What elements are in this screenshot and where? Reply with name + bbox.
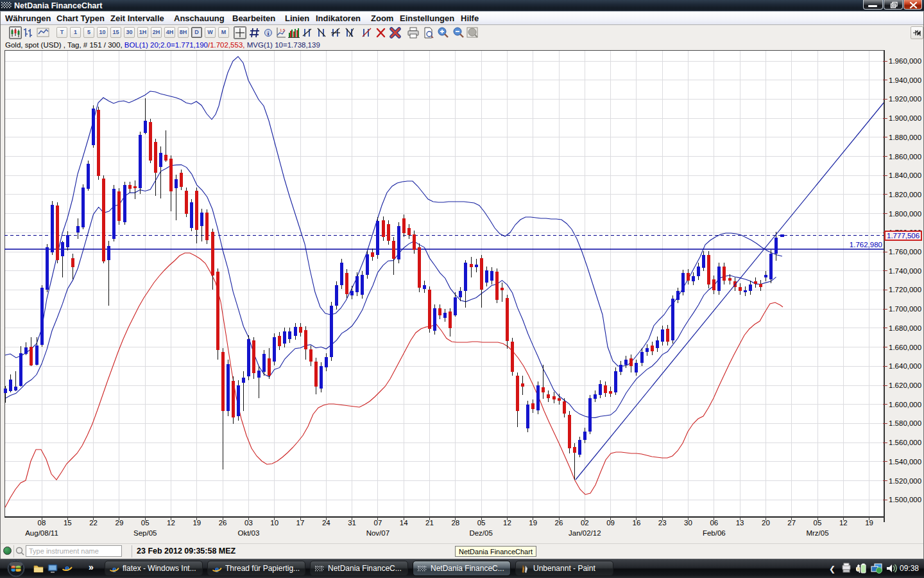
svg-text:15: 15 [64, 519, 72, 527]
svg-text:1.560,000: 1.560,000 [889, 439, 921, 446]
svg-text:e: e [112, 565, 116, 574]
svg-text:1.840,000: 1.840,000 [889, 171, 921, 179]
svg-text:1.700,000: 1.700,000 [889, 305, 921, 313]
svg-text:20: 20 [762, 519, 770, 527]
svg-text:1.880,000: 1.880,000 [889, 134, 921, 141]
svg-text:31: 31 [348, 519, 356, 527]
svg-text:07: 07 [374, 519, 382, 527]
svg-text:28: 28 [451, 519, 459, 527]
svg-text:1.900,000: 1.900,000 [889, 114, 921, 122]
svg-text:1.960,000: 1.960,000 [889, 57, 921, 65]
svg-text:1.660,000: 1.660,000 [889, 344, 921, 351]
svg-text:1.600,000: 1.600,000 [889, 401, 921, 408]
svg-text:05: 05 [141, 519, 150, 527]
svg-text:Aug/08/11: Aug/08/11 [25, 529, 58, 537]
svg-text:e: e [65, 563, 69, 573]
svg-text:1,5: 1,5 [280, 28, 286, 32]
svg-text:Jan/02/12: Jan/02/12 [569, 529, 601, 537]
svg-text:Mrz/05: Mrz/05 [806, 529, 828, 537]
svg-text:1.720,000: 1.720,000 [889, 286, 921, 293]
svg-text:Nov/07: Nov/07 [366, 529, 389, 537]
svg-text:1.940,000: 1.940,000 [889, 76, 921, 84]
svg-text:08: 08 [38, 519, 46, 527]
svg-text:1.762,980: 1.762,980 [850, 241, 882, 249]
svg-text:12: 12 [503, 519, 511, 527]
svg-text:1.800,000: 1.800,000 [889, 210, 921, 218]
svg-text:12: 12 [167, 519, 175, 527]
svg-text:1.740,000: 1.740,000 [889, 267, 921, 275]
svg-text:Okt/03: Okt/03 [237, 529, 259, 537]
svg-text:19: 19 [865, 519, 873, 527]
svg-text:10: 10 [270, 519, 278, 527]
svg-text:26: 26 [219, 519, 227, 527]
svg-text:19: 19 [193, 519, 201, 527]
svg-text:17: 17 [296, 519, 305, 527]
svg-text:29: 29 [116, 519, 124, 527]
svg-text:30: 30 [684, 519, 692, 527]
svg-text:02: 02 [581, 519, 589, 527]
svg-text:12: 12 [839, 519, 848, 527]
svg-text:16: 16 [633, 519, 641, 527]
svg-text:1.540,000: 1.540,000 [889, 458, 921, 466]
svg-text:1.640,000: 1.640,000 [889, 362, 921, 370]
svg-text:Sep/05: Sep/05 [133, 529, 157, 537]
svg-text:23: 23 [658, 519, 667, 527]
svg-text:Feb/06: Feb/06 [703, 529, 726, 537]
svg-text:03: 03 [244, 519, 253, 527]
svg-text:27: 27 [787, 519, 796, 527]
svg-text:1.760,000: 1.760,000 [889, 248, 921, 256]
svg-text:05: 05 [477, 519, 486, 527]
svg-text:13: 13 [736, 519, 744, 527]
svg-text:Dez/05: Dez/05 [469, 529, 492, 537]
svg-text:21: 21 [425, 519, 434, 527]
svg-text:22: 22 [89, 519, 98, 527]
svg-text:e: e [215, 565, 219, 574]
svg-text:1.500,000: 1.500,000 [889, 496, 921, 504]
svg-text:1.860,000: 1.860,000 [889, 153, 921, 161]
svg-text:1.680,000: 1.680,000 [889, 324, 921, 332]
svg-text:19: 19 [529, 519, 537, 527]
svg-text:24: 24 [322, 519, 330, 527]
svg-text:1.777,506: 1.777,506 [887, 232, 920, 240]
svg-text:1.920,000: 1.920,000 [889, 95, 921, 103]
svg-text:1.520,000: 1.520,000 [889, 477, 921, 485]
svg-text:14: 14 [400, 519, 408, 527]
svg-text:09: 09 [606, 519, 615, 527]
svg-text:26: 26 [555, 519, 563, 527]
svg-text:1.580,000: 1.580,000 [889, 419, 921, 427]
svg-text:06: 06 [710, 519, 718, 527]
svg-text:1.620,000: 1.620,000 [889, 381, 921, 389]
svg-text:05: 05 [814, 519, 822, 527]
svg-text:1.820,000: 1.820,000 [889, 191, 921, 198]
